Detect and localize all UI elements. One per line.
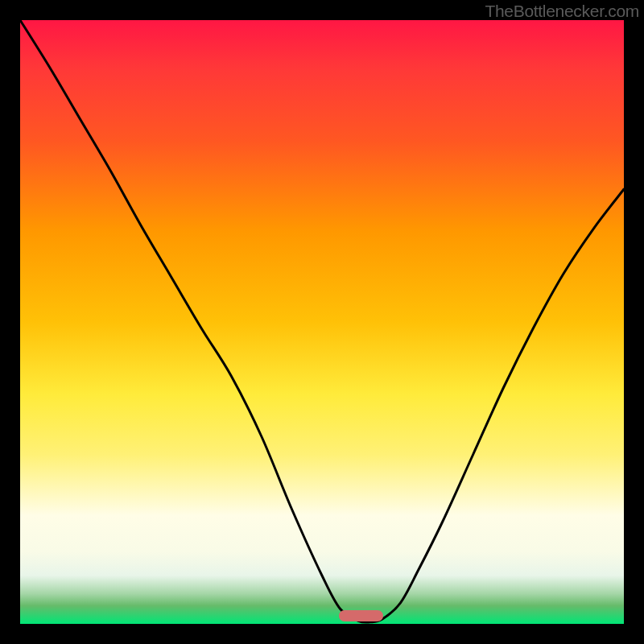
chart-curve-overlay [20,20,624,624]
watermark-text: TheBottlenecker.com [485,2,639,21]
chart-curve [20,20,624,622]
minimum-value-marker [339,610,383,621]
